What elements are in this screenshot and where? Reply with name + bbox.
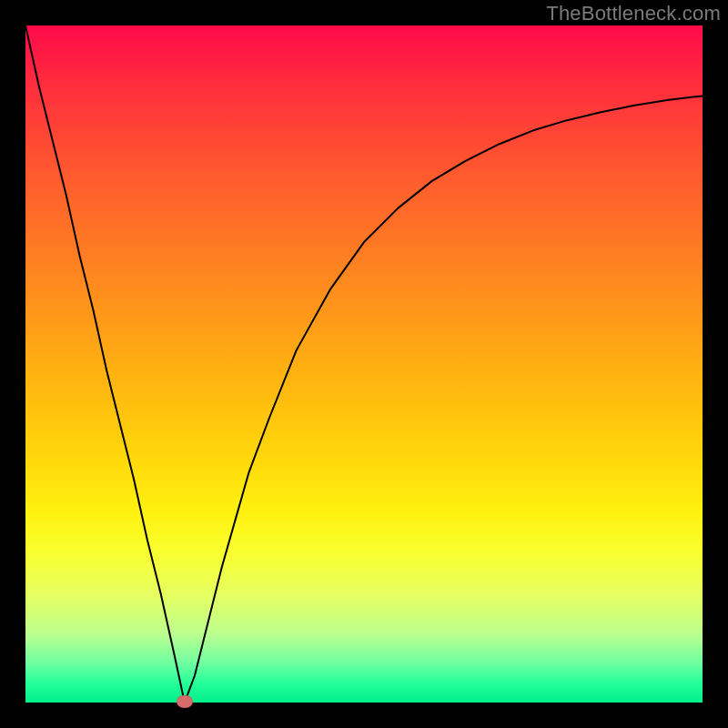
- optimum-marker: [177, 695, 193, 708]
- watermark-text: TheBottleneck.com: [546, 2, 721, 25]
- chart-frame: TheBottleneck.com: [0, 0, 728, 728]
- bottleneck-curve: [25, 25, 703, 703]
